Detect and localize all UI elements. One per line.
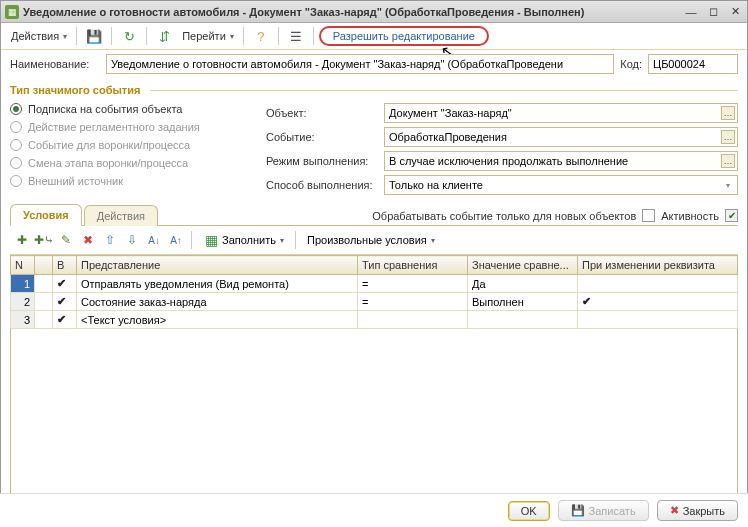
titlebar: ▦ Уведомление о готовности автомобиля - … xyxy=(1,1,747,23)
conditions-toolbar: ✚ ✚⤷ ✎ ✖ ⇧ ⇩ A↓ A↑ ▦ Заполнить ▾ Произво… xyxy=(10,226,738,255)
cell-b: ✔ xyxy=(53,275,77,293)
code-field[interactable]: ЦБ000024 xyxy=(648,54,738,74)
cell-repr: <Текст условия> xyxy=(77,311,358,329)
mode-field[interactable]: В случае исключения продолжать выполнени… xyxy=(384,151,738,171)
object-label: Объект: xyxy=(266,107,378,119)
table-row[interactable]: 1 ✔ Отправлять уведомления (Вид ремонта)… xyxy=(11,275,738,293)
col-onchange[interactable]: При изменении реквизита xyxy=(578,256,738,275)
mode-select-button[interactable]: … xyxy=(721,154,735,168)
radio-scheduled-action[interactable]: Действие регламентного задания xyxy=(10,121,262,133)
cell-val: Да xyxy=(468,275,578,293)
dropdown-icon: ▾ xyxy=(230,32,234,41)
move-up-button[interactable]: ⇧ xyxy=(100,230,120,250)
object-select-button[interactable]: … xyxy=(721,106,735,120)
method-label: Способ выполнения: xyxy=(266,179,378,191)
ok-label: OK xyxy=(521,505,537,517)
separator xyxy=(295,231,296,249)
method-field[interactable]: Только на клиенте ▾ xyxy=(384,175,738,195)
arbitrary-menu[interactable]: Произвольные условия ▾ xyxy=(301,232,441,248)
add-row-button[interactable]: ✚ xyxy=(12,230,32,250)
conditions-grid[interactable]: N В Представление Тип сравнения Значение… xyxy=(10,255,738,329)
radio-label: Смена этапа воронки/процесса xyxy=(28,157,188,169)
only-new-label: Обрабатывать событие только для новых об… xyxy=(372,210,636,222)
dropdown-icon: ▾ xyxy=(280,236,284,245)
footer: OK 💾 Записать ✖ Закрыть xyxy=(0,493,748,527)
table-row[interactable]: 3 ✔ <Текст условия> xyxy=(11,311,738,329)
add-child-button[interactable]: ✚⤷ xyxy=(34,230,54,250)
col-n[interactable]: N xyxy=(11,256,35,275)
app-icon: ▦ xyxy=(5,5,19,19)
radio-stage-change[interactable]: Смена этапа воронки/процесса xyxy=(10,157,262,169)
activity-checkbox[interactable]: ✔ xyxy=(725,209,738,222)
go-label: Перейти xyxy=(182,30,226,42)
radio-label: Действие регламентного задания xyxy=(28,121,200,133)
separator xyxy=(313,27,314,45)
allow-edit-button[interactable]: Разрешить редактирование ↖ xyxy=(319,26,489,46)
save-button[interactable]: 💾 Записать xyxy=(558,500,649,521)
separator xyxy=(146,27,147,45)
name-field[interactable]: Уведомление о готовности автомобиля - До… xyxy=(106,54,614,74)
method-dropdown-button[interactable]: ▾ xyxy=(721,178,735,192)
edit-row-button[interactable]: ✎ xyxy=(56,230,76,250)
event-value: ОбработкаПроведения xyxy=(389,131,507,143)
refresh-icon-button[interactable]: ↻ xyxy=(117,26,141,46)
actions-menu[interactable]: Действия ▾ xyxy=(7,28,71,44)
separator xyxy=(111,27,112,45)
radio-label: Подписка на события объекта xyxy=(28,103,182,115)
close-button[interactable]: ✖ Закрыть xyxy=(657,500,738,521)
method-value: Только на клиенте xyxy=(389,179,483,191)
go-menu[interactable]: Перейти ▾ xyxy=(178,28,238,44)
hierarchy-icon-button[interactable]: ⇵ xyxy=(152,26,176,46)
table-row[interactable]: 2 ✔ Состояние заказ-наряда = Выполнен ✔ xyxy=(11,293,738,311)
radio-funnel-event[interactable]: Событие для воронки/процесса xyxy=(10,139,262,151)
cell-repr: Отправлять уведомления (Вид ремонта) xyxy=(77,275,358,293)
event-field[interactable]: ОбработкаПроведения … xyxy=(384,127,738,147)
cell-onchange: ✔ xyxy=(578,293,738,311)
grid-empty-area[interactable] xyxy=(10,329,738,493)
toolbar: Действия ▾ 💾 ↻ ⇵ Перейти ▾ ? ☰ Разрешить… xyxy=(1,23,747,50)
col-b[interactable]: В xyxy=(53,256,77,275)
activity-label: Активность xyxy=(661,210,719,222)
delete-row-button[interactable]: ✖ xyxy=(78,230,98,250)
cell-cmp: = xyxy=(358,293,468,311)
fill-label: Заполнить xyxy=(222,234,276,246)
dropdown-icon: ▾ xyxy=(431,236,435,245)
move-down-button[interactable]: ⇩ xyxy=(122,230,142,250)
radio-object-subscription[interactable]: Подписка на события объекта xyxy=(10,103,262,115)
sort-desc-button[interactable]: A↑ xyxy=(166,230,186,250)
cell-n: 3 xyxy=(11,311,35,329)
help-icon-button[interactable]: ? xyxy=(249,26,273,46)
radio-external-source[interactable]: Внешний источник xyxy=(10,175,262,187)
close-window-button[interactable]: ✕ xyxy=(727,5,743,19)
mode-value: В случае исключения продолжать выполнени… xyxy=(389,155,628,167)
dropdown-icon: ▾ xyxy=(63,32,67,41)
cell-cmp xyxy=(358,311,468,329)
save-icon: 💾 xyxy=(571,504,585,517)
tab-actions[interactable]: Действия xyxy=(84,205,158,226)
object-field[interactable]: Документ "Заказ-наряд" … xyxy=(384,103,738,123)
separator xyxy=(278,27,279,45)
minimize-button[interactable]: — xyxy=(683,5,699,19)
fill-menu[interactable]: ▦ Заполнить ▾ xyxy=(197,230,290,250)
event-type-radios: Подписка на события объекта Действие рег… xyxy=(10,99,262,195)
col-blank[interactable] xyxy=(35,256,53,275)
event-select-button[interactable]: … xyxy=(721,130,735,144)
cell-blank xyxy=(35,293,53,311)
maximize-button[interactable]: ◻ xyxy=(705,5,721,19)
event-label: Событие: xyxy=(266,131,378,143)
only-new-checkbox[interactable] xyxy=(642,209,655,222)
cell-b: ✔ xyxy=(53,311,77,329)
sort-asc-button[interactable]: A↓ xyxy=(144,230,164,250)
window-title: Уведомление о готовности автомобиля - До… xyxy=(23,6,683,18)
cell-blank xyxy=(35,275,53,293)
col-cmp[interactable]: Тип сравнения xyxy=(358,256,468,275)
col-repr[interactable]: Представление xyxy=(77,256,358,275)
save-icon-button[interactable]: 💾 xyxy=(82,26,106,46)
ok-button[interactable]: OK xyxy=(508,501,550,521)
cell-onchange xyxy=(578,275,738,293)
cell-blank xyxy=(35,311,53,329)
separator xyxy=(243,27,244,45)
col-val[interactable]: Значение сравне... xyxy=(468,256,578,275)
list-icon-button[interactable]: ☰ xyxy=(284,26,308,46)
tab-conditions[interactable]: Условия xyxy=(10,204,82,226)
